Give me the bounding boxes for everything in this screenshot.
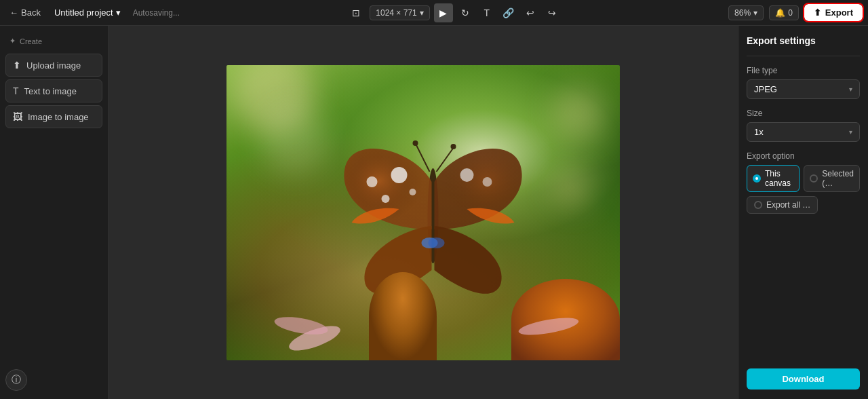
sidebar-create-label: ✦ Create: [5, 34, 102, 48]
sidebar-upload-image-label: Upload image: [26, 60, 81, 71]
left-sidebar: ✦ Create ⬆ Upload image T Text to image …: [0, 26, 108, 399]
bokeh-4: [552, 167, 593, 208]
svg-point-8: [410, 189, 416, 195]
svg-point-5: [391, 167, 408, 183]
sidebar-item-upload-image[interactable]: ⬆ Upload image: [5, 54, 102, 77]
svg-point-4: [413, 140, 418, 146]
canvas-size-badge[interactable]: 1024 × 771 ▾: [370, 5, 429, 20]
selected-radio-dot: [810, 174, 818, 183]
back-label: Back: [21, 7, 41, 18]
topbar-center: ⊡ 1024 × 771 ▾ ▶ ↻ T 🔗 ↩ ↪: [185, 3, 723, 22]
redo-icon-btn[interactable]: ↪: [542, 3, 561, 22]
zoom-chevron-icon: ▾: [753, 8, 757, 18]
topbar-left: ← Back Untitled project ▾ Autosaving...: [5, 5, 180, 20]
autosave-status: Autosaving...: [133, 8, 180, 18]
size-chevron-icon: ▾: [849, 128, 852, 136]
refresh-icon-btn[interactable]: ↻: [456, 3, 475, 22]
svg-point-7: [382, 195, 390, 203]
panel-divider-1: [747, 56, 860, 56]
topbar: ← Back Untitled project ▾ Autosaving... …: [0, 0, 868, 26]
file-type-label: File type: [747, 66, 860, 75]
project-name-chevron-icon: ▾: [116, 7, 121, 18]
export-label: Export: [825, 7, 853, 18]
notif-count: 0: [788, 8, 793, 18]
svg-point-6: [367, 176, 378, 187]
canvas-size-value: 1024 × 771: [376, 8, 416, 18]
back-arrow-icon: ←: [9, 7, 18, 18]
back-button[interactable]: ← Back: [5, 5, 45, 20]
sidebar-text-to-image-label: Text to image: [24, 86, 77, 96]
frame-icon-btn[interactable]: ⊡: [347, 3, 366, 22]
flowers-area: [226, 265, 620, 360]
bokeh-2: [552, 86, 606, 140]
size-value: 1x: [754, 127, 764, 137]
main-layout: ✦ Create ⬆ Upload image T Text to image …: [0, 26, 868, 399]
sidebar-item-text-to-image[interactable]: T Text to image: [5, 79, 102, 102]
zoom-value: 86%: [734, 8, 751, 18]
link-icon-btn[interactable]: 🔗: [499, 3, 518, 22]
project-name: Untitled project: [54, 7, 113, 18]
file-type-select[interactable]: JPEG ▾: [747, 79, 860, 99]
canvas-area[interactable]: [108, 26, 738, 399]
text-icon-btn[interactable]: T: [477, 3, 496, 22]
download-button[interactable]: Download: [747, 368, 860, 390]
export-all-radio-dot: [754, 201, 762, 209]
toolbar-icons: ▶ ↻ T 🔗 ↩ ↪: [434, 3, 561, 22]
play-icon-btn[interactable]: ▶: [434, 3, 453, 22]
download-label: Download: [782, 374, 824, 384]
notification-badge[interactable]: 🔔 0: [769, 5, 799, 20]
export-panel-title: Export settings: [747, 35, 860, 46]
selected-label: Selected (…: [822, 169, 854, 188]
help-icon: ⓘ: [12, 374, 21, 386]
sidebar-item-image-to-image[interactable]: 🖼 Image to image: [5, 105, 102, 128]
svg-point-12: [429, 238, 445, 248]
undo-icon-btn[interactable]: ↩: [521, 3, 540, 22]
export-option-label: Export option: [747, 151, 860, 161]
size-select[interactable]: 1x ▾: [747, 122, 860, 142]
canvas-image: [226, 65, 620, 360]
export-panel: Export settings File type JPEG ▾ Size 1x…: [738, 26, 868, 399]
svg-point-3: [451, 144, 456, 149]
this-canvas-radio-dot: [753, 174, 761, 183]
export-option-group: Export option This canvas Selected (… Ex…: [747, 151, 860, 214]
export-option-row-1: This canvas Selected (…: [747, 165, 860, 192]
project-name-area[interactable]: Untitled project ▾: [50, 5, 125, 20]
export-upload-icon: ⬆: [814, 7, 821, 18]
help-button[interactable]: ⓘ: [5, 369, 27, 391]
size-label: Size: [747, 109, 860, 118]
image-to-image-icon: 🖼: [13, 111, 22, 122]
export-option-radio-group: This canvas Selected (… Export all …: [747, 165, 860, 214]
option-export-all[interactable]: Export all …: [747, 196, 818, 214]
option-selected[interactable]: Selected (…: [804, 165, 860, 192]
export-button[interactable]: ⬆ Export: [804, 4, 863, 21]
svg-point-10: [483, 177, 492, 187]
file-type-value: JPEG: [754, 84, 777, 94]
zoom-control[interactable]: 86% ▾: [728, 5, 764, 20]
upload-image-icon: ⬆: [13, 60, 21, 71]
bokeh-3: [260, 106, 328, 174]
topbar-right: 86% ▾ 🔔 0 ⬆ Export: [728, 4, 863, 21]
photo-simulation: [226, 65, 620, 360]
this-canvas-label: This canvas: [765, 169, 793, 188]
create-icon: ✦: [9, 37, 16, 45]
file-type-group: File type JPEG ▾: [747, 66, 860, 99]
sidebar-image-to-image-label: Image to image: [28, 112, 89, 122]
text-to-image-icon: T: [13, 86, 19, 96]
notif-icon: 🔔: [775, 8, 785, 18]
file-type-chevron-icon: ▾: [849, 86, 852, 93]
export-all-label: Export all …: [766, 200, 810, 210]
size-group: Size 1x ▾: [747, 109, 860, 142]
sidebar-bottom-area: ⓘ: [5, 364, 102, 391]
canvas-size-chevron-icon: ▾: [420, 8, 424, 18]
option-this-canvas[interactable]: This canvas: [747, 165, 800, 192]
svg-point-9: [460, 168, 474, 182]
